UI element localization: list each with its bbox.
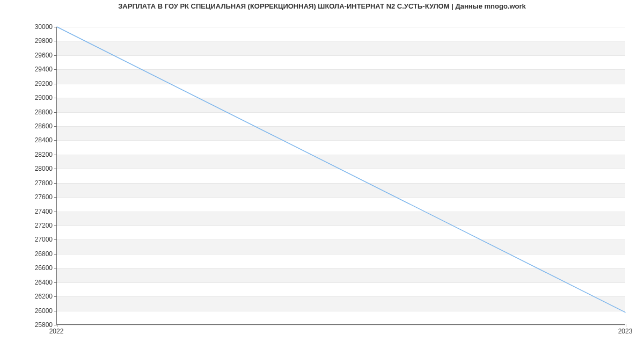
y-tick bbox=[54, 212, 57, 212]
y-tick bbox=[54, 27, 57, 27]
y-tick bbox=[54, 55, 57, 56]
y-tick bbox=[54, 140, 57, 141]
line-series bbox=[57, 27, 625, 324]
y-tick-label: 29600 bbox=[35, 52, 53, 59]
y-tick-label: 26600 bbox=[35, 264, 53, 272]
y-tick-label: 26200 bbox=[35, 293, 53, 300]
y-tick-label: 30000 bbox=[35, 23, 53, 31]
y-tick-label: 28000 bbox=[35, 165, 53, 172]
y-tick bbox=[54, 126, 57, 127]
series-line bbox=[57, 27, 625, 312]
y-tick-label: 29000 bbox=[35, 94, 53, 101]
y-tick-label: 26400 bbox=[35, 279, 53, 286]
y-tick bbox=[54, 254, 57, 255]
y-tick bbox=[54, 155, 57, 155]
y-tick-label: 28600 bbox=[35, 122, 53, 130]
x-tick-label: 2023 bbox=[618, 328, 633, 335]
y-tick-label: 28200 bbox=[35, 151, 53, 158]
y-tick-label: 27600 bbox=[35, 193, 53, 201]
y-tick bbox=[54, 84, 57, 84]
y-tick bbox=[54, 282, 57, 283]
x-tick bbox=[57, 324, 57, 327]
salary-line-chart: ЗАРПЛАТА В ГОУ РК СПЕЦИАЛЬНАЯ (КОРРЕКЦИО… bbox=[0, 0, 644, 349]
y-tick bbox=[54, 296, 57, 297]
y-tick-label: 29200 bbox=[35, 80, 53, 88]
y-tick bbox=[54, 226, 57, 226]
y-tick bbox=[54, 183, 57, 184]
y-tick bbox=[54, 169, 57, 169]
y-tick-label: 29400 bbox=[35, 66, 53, 73]
x-tick-label: 2022 bbox=[49, 328, 64, 335]
y-tick-label: 27200 bbox=[35, 222, 53, 229]
y-tick-label: 26000 bbox=[35, 307, 53, 315]
y-tick-label: 27400 bbox=[35, 208, 53, 215]
y-tick-label: 28400 bbox=[35, 136, 53, 144]
y-tick bbox=[54, 239, 57, 240]
y-tick bbox=[54, 197, 57, 198]
y-tick-label: 26800 bbox=[35, 250, 53, 258]
plot-area bbox=[56, 27, 625, 325]
y-tick-label: 29800 bbox=[35, 37, 53, 45]
y-tick bbox=[54, 98, 57, 98]
gridline bbox=[57, 325, 625, 325]
y-tick bbox=[54, 112, 57, 113]
y-tick bbox=[54, 268, 57, 268]
chart-title: ЗАРПЛАТА В ГОУ РК СПЕЦИАЛЬНАЯ (КОРРЕКЦИО… bbox=[0, 2, 644, 10]
y-tick-label: 27000 bbox=[35, 236, 53, 243]
y-tick-label: 27800 bbox=[35, 179, 53, 187]
x-tick bbox=[626, 324, 626, 327]
y-tick bbox=[54, 311, 57, 311]
y-tick bbox=[54, 41, 57, 41]
y-tick-label: 28800 bbox=[35, 108, 53, 116]
y-tick bbox=[54, 69, 57, 70]
